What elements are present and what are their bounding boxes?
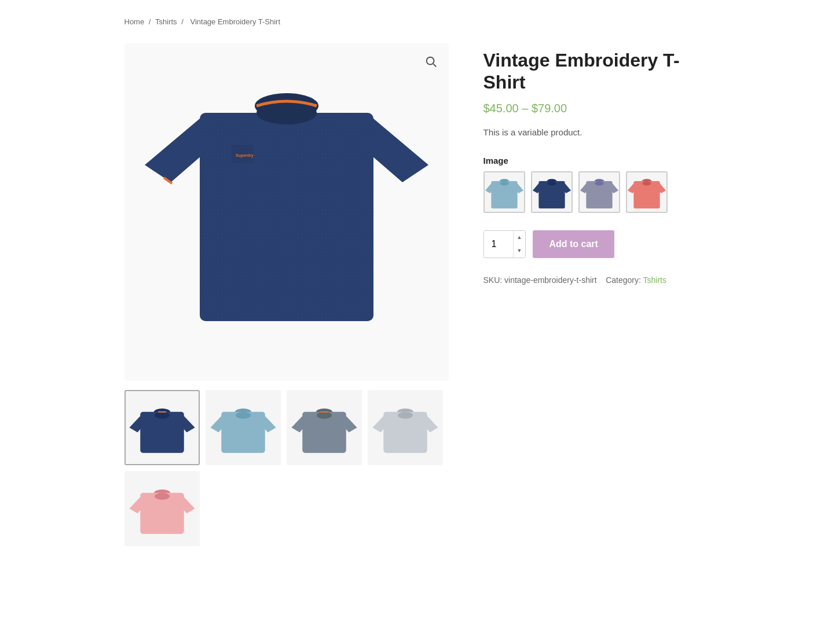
product-price: $45.00 – $79.00 [483,102,715,115]
swatch-lightblue[interactable] [483,171,525,213]
breadcrumb-tshirts[interactable]: Tshirts [155,17,177,26]
swatch-row [483,171,715,213]
svg-point-19 [236,412,251,419]
quantity-up[interactable]: ▲ [514,231,526,244]
quantity-down[interactable]: ▼ [514,244,526,257]
breadcrumb-sep-2: / [181,17,185,26]
product-meta: SKU: vintage-embroidery-t-shirt Category… [483,275,715,285]
svg-point-28 [398,412,413,419]
quantity-input[interactable] [484,231,513,257]
swatch-label: Image [483,156,715,165]
thumbnail-grey[interactable] [287,390,362,465]
svg-point-40 [547,181,556,186]
swatch-navy[interactable] [531,171,573,213]
thumbnail-lightgrey[interactable] [368,390,443,465]
thumbnail-pink[interactable] [124,471,200,546]
product-title: Vintage Embroidery T-Shirt [483,49,715,94]
sku-value: vintage-embroidery-t-shirt [504,275,597,285]
add-to-cart-button[interactable]: Add to cart [533,230,614,258]
breadcrumb-sep-1: / [149,17,153,26]
thumbnail-navy[interactable] [124,390,200,465]
thumbnail-grid [124,390,449,546]
main-image-container: Superdry [124,43,449,381]
svg-point-36 [500,181,508,186]
sku-label: SKU: [483,275,503,285]
svg-text:Superdry: Superdry [236,153,254,158]
category-link[interactable]: Tshirts [643,275,666,285]
breadcrumb-current: Vintage Embroidery T-Shirt [190,17,280,26]
add-to-cart-row: ▲ ▼ Add to cart [483,230,715,258]
swatch-pink[interactable] [626,171,668,213]
thumbnail-lightblue[interactable] [206,390,281,465]
category-label: Category: [606,275,641,285]
product-images-column: Superdry [124,43,449,546]
quantity-wrapper: ▲ ▼ [483,230,526,258]
svg-line-10 [433,64,436,67]
product-info-column: Vintage Embroidery T-Shirt $45.00 – $79.… [483,43,715,285]
svg-point-9 [426,57,434,65]
svg-point-23 [317,412,332,419]
product-description: This is a variable product. [483,126,715,139]
breadcrumb: Home / Tshirts / Vintage Embroidery T-Sh… [124,17,715,26]
breadcrumb-home[interactable]: Home [124,17,145,26]
quantity-arrows: ▲ ▼ [513,231,526,257]
svg-point-48 [642,181,651,186]
svg-point-32 [155,493,170,500]
swatch-lavender[interactable] [578,171,620,213]
svg-rect-5 [200,113,373,321]
svg-point-14 [155,412,170,419]
search-icon[interactable] [421,51,441,71]
main-product-image: Superdry [124,43,449,379]
svg-point-44 [595,181,603,186]
